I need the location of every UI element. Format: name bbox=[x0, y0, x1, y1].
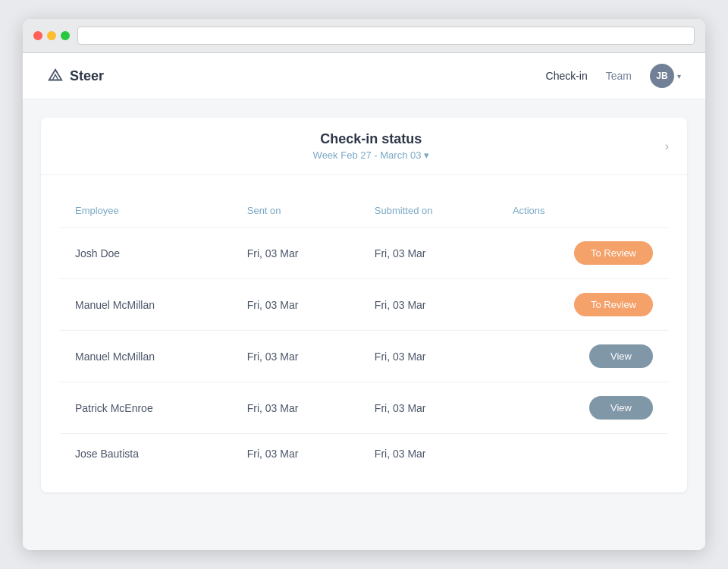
submitted-on-date: Fri, 03 Mar bbox=[359, 279, 497, 331]
checkin-card: Check-in status Week Feb 27 - March 03 ▾… bbox=[41, 118, 687, 492]
submitted-on-date: Fri, 03 Mar bbox=[359, 331, 497, 382]
nav-link-checkin[interactable]: Check-in bbox=[546, 70, 588, 82]
table-body: Josh Doe Fri, 03 Mar Fri, 03 Mar To Revi… bbox=[60, 228, 669, 474]
table-row: Josh Doe Fri, 03 Mar Fri, 03 Mar To Revi… bbox=[60, 228, 669, 279]
sent-on-date: Fri, 03 Mar bbox=[232, 228, 359, 279]
action-cell: To Review bbox=[497, 228, 669, 279]
table-row: Jose Bautista Fri, 03 Mar Fri, 03 Mar bbox=[60, 434, 669, 474]
week-label: Week Feb 27 - March 03 bbox=[313, 149, 422, 161]
nav-link-team[interactable]: Team bbox=[606, 70, 632, 82]
header-row: Employee Sent on Submitted on Actions bbox=[60, 194, 669, 228]
action-cell: View bbox=[497, 331, 669, 382]
table-row: Manuel McMillan Fri, 03 Mar Fri, 03 Mar … bbox=[60, 331, 669, 382]
col-employee: Employee bbox=[60, 194, 232, 228]
action-cell bbox=[497, 434, 669, 474]
traffic-lights bbox=[33, 31, 70, 40]
col-actions: Actions bbox=[497, 194, 669, 228]
action-cell: To Review bbox=[497, 279, 669, 331]
logo: Steer bbox=[47, 68, 104, 84]
logo-text: Steer bbox=[70, 68, 104, 84]
table-row: Patrick McEnroe Fri, 03 Mar Fri, 03 Mar … bbox=[60, 382, 669, 434]
address-bar[interactable] bbox=[77, 27, 695, 45]
submitted-on-date: Fri, 03 Mar bbox=[359, 228, 497, 279]
traffic-light-green[interactable] bbox=[61, 31, 70, 40]
table-wrapper: Employee Sent on Submitted on Actions Jo… bbox=[41, 175, 687, 492]
table-row: Manuel McMillan Fri, 03 Mar Fri, 03 Mar … bbox=[60, 279, 669, 331]
navbar: Steer Check-in Team JB ▾ bbox=[23, 53, 705, 99]
checkin-title: Check-in status bbox=[77, 131, 665, 147]
checkin-title-group: Check-in status Week Feb 27 - March 03 ▾ bbox=[77, 131, 665, 161]
employee-name: Manuel McMillan bbox=[60, 279, 232, 331]
checkin-header: Check-in status Week Feb 27 - March 03 ▾… bbox=[41, 118, 687, 175]
traffic-light-red[interactable] bbox=[33, 31, 42, 40]
avatar: JB bbox=[650, 64, 674, 88]
submitted-on-date: Fri, 03 Mar bbox=[359, 382, 497, 434]
table-header: Employee Sent on Submitted on Actions bbox=[60, 194, 669, 228]
employee-name: Josh Doe bbox=[60, 228, 232, 279]
action-cell: View bbox=[497, 382, 669, 434]
employee-name: Jose Bautista bbox=[60, 434, 232, 474]
view-button[interactable]: View bbox=[589, 396, 653, 420]
submitted-on-date: Fri, 03 Mar bbox=[359, 434, 497, 474]
view-button[interactable]: View bbox=[589, 344, 653, 368]
col-sent-on: Sent on bbox=[232, 194, 359, 228]
sent-on-date: Fri, 03 Mar bbox=[232, 434, 359, 474]
logo-icon bbox=[47, 68, 64, 84]
employee-name: Patrick McEnroe bbox=[60, 382, 232, 434]
review-button[interactable]: To Review bbox=[574, 293, 653, 316]
chevron-down-icon: ▾ bbox=[677, 72, 681, 80]
app-content: Steer Check-in Team JB ▾ Check-in status bbox=[23, 53, 705, 550]
browser-chrome bbox=[23, 19, 705, 53]
sent-on-date: Fri, 03 Mar bbox=[232, 382, 359, 434]
browser-window: Steer Check-in Team JB ▾ Check-in status bbox=[23, 19, 705, 550]
chevron-right-icon[interactable]: › bbox=[665, 140, 669, 153]
week-chevron-icon: ▾ bbox=[424, 149, 429, 161]
review-button[interactable]: To Review bbox=[574, 241, 653, 265]
col-submitted-on: Submitted on bbox=[359, 194, 497, 228]
avatar-wrapper[interactable]: JB ▾ bbox=[650, 64, 681, 88]
checkin-week[interactable]: Week Feb 27 - March 03 ▾ bbox=[77, 149, 665, 161]
sent-on-date: Fri, 03 Mar bbox=[232, 279, 359, 331]
data-table: Employee Sent on Submitted on Actions Jo… bbox=[59, 193, 669, 474]
sent-on-date: Fri, 03 Mar bbox=[232, 331, 359, 382]
employee-name: Manuel McMillan bbox=[60, 331, 232, 382]
traffic-light-yellow[interactable] bbox=[47, 31, 56, 40]
nav-right: Check-in Team JB ▾ bbox=[546, 64, 681, 88]
main-area: Check-in status Week Feb 27 - March 03 ▾… bbox=[23, 99, 705, 550]
